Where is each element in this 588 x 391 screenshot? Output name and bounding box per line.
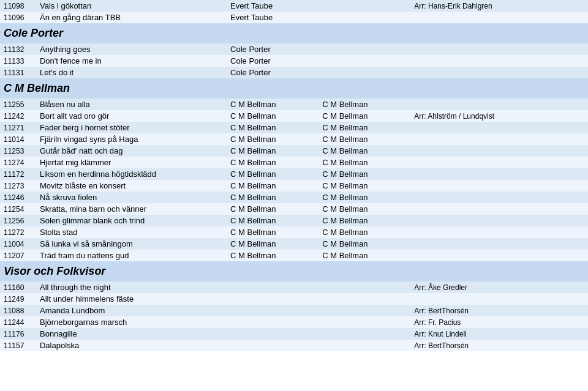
song-composer: C M Bellman (227, 145, 318, 157)
song-lyricist: C M Bellman (318, 192, 410, 203)
song-title: Skratta, mina barn och vänner (36, 203, 227, 215)
song-lyricist: C M Bellman (318, 226, 410, 238)
table-row: 11014Fjäriln vingad syns på HagaC M Bell… (0, 133, 588, 145)
song-number: 11274 (0, 157, 36, 168)
table-row: 11132Anything goesCole Porter (0, 43, 588, 55)
song-title: Bort allt vad oro gör (36, 110, 227, 122)
song-composer: Evert Taube (227, 0, 318, 12)
song-composer (227, 305, 318, 316)
song-title: All through the night (36, 281, 227, 293)
table-row: 11271Fader berg i hornet stöterC M Bellm… (0, 122, 588, 133)
song-number: 11172 (0, 168, 36, 180)
song-composer (227, 293, 318, 305)
song-lyricist (318, 340, 410, 351)
song-title: Amanda Lundbom (36, 305, 227, 316)
song-lyricist (318, 293, 410, 305)
table-row: 11244Björneborgarnas marschArr: Fr. Paci… (0, 316, 588, 328)
song-lyricist: C M Bellman (318, 203, 410, 215)
song-title: Träd fram du nattens gud (36, 250, 227, 261)
song-lyricist: C M Bellman (318, 122, 410, 133)
song-arranger (410, 250, 588, 261)
song-composer: C M Bellman (227, 133, 318, 145)
song-arranger: Arr: Fr. Pacius (410, 316, 588, 328)
song-composer (227, 328, 318, 340)
song-composer: C M Bellman (227, 168, 318, 180)
table-row: 11273Movitz blåste en konsertC M Bellman… (0, 180, 588, 192)
table-row: 11246Nå skruva fiolenC M BellmanC M Bell… (0, 192, 588, 203)
song-lyricist: C M Bellman (318, 145, 410, 157)
table-row: 11157DalapolskaArr: BertThorsén (0, 340, 588, 351)
song-title: Än en gång däran TBB (36, 12, 227, 23)
song-arranger (410, 293, 588, 305)
song-lyricist (318, 67, 410, 78)
table-row: 11131Let's do itCole Porter (0, 67, 588, 78)
song-title: Bonnagille (36, 328, 227, 340)
song-arranger: Arr: Knut Lindell (410, 328, 588, 340)
song-number: 11273 (0, 180, 36, 192)
song-lyricist (318, 55, 410, 67)
song-arranger (410, 67, 588, 78)
song-arranger (410, 238, 588, 250)
song-title: Let's do it (36, 67, 227, 78)
song-number: 11255 (0, 99, 36, 110)
song-arranger: Arr: BertThorsén (410, 305, 588, 316)
song-lyricist: C M Bellman (318, 99, 410, 110)
song-number: 11004 (0, 238, 36, 250)
song-composer: C M Bellman (227, 157, 318, 168)
song-composer: C M Bellman (227, 110, 318, 122)
table-row: 11133Don't fence me inCole Porter (0, 55, 588, 67)
song-lyricist: C M Bellman (318, 110, 410, 122)
song-table: 11098Vals i gökottanEvert TaubeArr: Hans… (0, 0, 588, 351)
song-title: Stolta stad (36, 226, 227, 238)
table-row: 11098Vals i gökottanEvert TaubeArr: Hans… (0, 0, 588, 12)
song-title: Vals i gökottan (36, 0, 227, 12)
song-lyricist: C M Bellman (318, 133, 410, 145)
song-number: 11242 (0, 110, 36, 122)
song-composer: C M Bellman (227, 203, 318, 215)
song-arranger: Arr: Åke Gredler (410, 281, 588, 293)
song-title: Nå skruva fiolen (36, 192, 227, 203)
song-arranger (410, 12, 588, 23)
song-number: 11256 (0, 215, 36, 226)
song-arranger (410, 157, 588, 168)
song-lyricist (318, 328, 410, 340)
section-header-row: C M Bellman (0, 78, 588, 99)
song-lyricist: C M Bellman (318, 250, 410, 261)
song-number: 11157 (0, 340, 36, 351)
section-header-row: Cole Porter (0, 23, 588, 43)
song-arranger: Arr: Hans-Erik Dahlgren (410, 0, 588, 12)
song-arranger (410, 203, 588, 215)
table-row: 11249Allt under himmelens fäste (0, 293, 588, 305)
song-number: 11096 (0, 12, 36, 23)
table-row: 11207Träd fram du nattens gudC M Bellman… (0, 250, 588, 261)
section-title: Visor och Folkvisor (0, 261, 588, 281)
song-lyricist: C M Bellman (318, 238, 410, 250)
section-title: C M Bellman (0, 78, 588, 99)
song-composer: C M Bellman (227, 180, 318, 192)
song-number: 11176 (0, 328, 36, 340)
song-lyricist: C M Bellman (318, 168, 410, 180)
song-lyricist (318, 0, 410, 12)
song-composer: C M Bellman (227, 238, 318, 250)
song-lyricist: C M Bellman (318, 180, 410, 192)
song-number: 11131 (0, 67, 36, 78)
table-row: 11254Skratta, mina barn och vännerC M Be… (0, 203, 588, 215)
song-composer: C M Bellman (227, 122, 318, 133)
song-arranger (410, 192, 588, 203)
song-title: Anything goes (36, 43, 227, 55)
song-arranger (410, 99, 588, 110)
song-composer: C M Bellman (227, 99, 318, 110)
table-row: 11272Stolta stadC M BellmanC M Bellman (0, 226, 588, 238)
section-title: Cole Porter (0, 23, 588, 43)
song-arranger (410, 122, 588, 133)
song-title: Allt under himmelens fäste (36, 293, 227, 305)
song-lyricist (318, 12, 410, 23)
song-title: Fjäriln vingad syns på Haga (36, 133, 227, 145)
table-row: 11004Så lunka vi så småningomC M Bellman… (0, 238, 588, 250)
song-number: 11132 (0, 43, 36, 55)
song-number: 11271 (0, 122, 36, 133)
song-composer: Cole Porter (227, 67, 318, 78)
table-row: 11088Amanda LundbomArr: BertThorsén (0, 305, 588, 316)
song-composer: C M Bellman (227, 250, 318, 261)
song-lyricist (318, 305, 410, 316)
